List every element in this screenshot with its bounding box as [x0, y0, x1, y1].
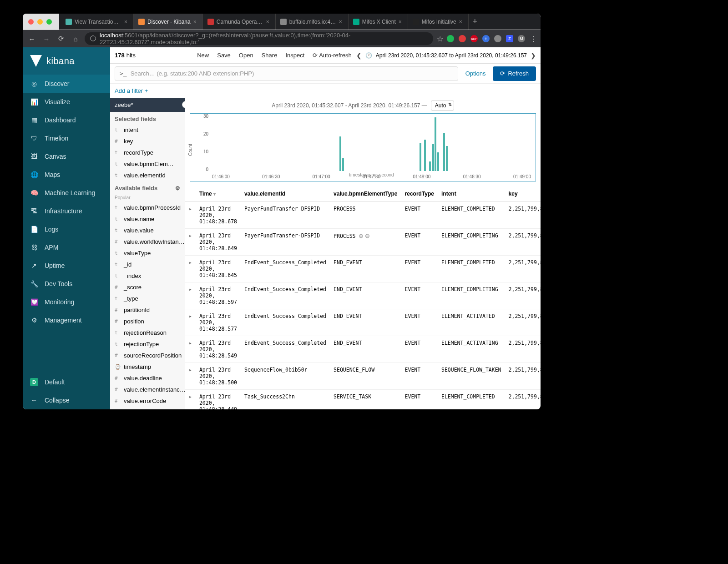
column-header[interactable]: value.bpmnElementType [330, 186, 401, 202]
new-tab-button[interactable]: + [469, 14, 481, 30]
browser-tab[interactable]: Mifos X Client× [349, 14, 408, 30]
share-action[interactable]: Share [262, 52, 278, 59]
field-item[interactable]: #key [110, 136, 185, 147]
tab-close-icon[interactable]: × [266, 19, 271, 25]
field-item[interactable]: #value.elementInstanc… [110, 384, 185, 395]
histogram-bar[interactable] [420, 143, 421, 171]
column-header[interactable]: intent [438, 186, 505, 202]
sidebar-item-logs[interactable]: 📄Logs [23, 220, 110, 238]
inspect-action[interactable]: Inspect [285, 52, 304, 59]
field-item[interactable]: tvalue.bpmnProcessId [110, 202, 185, 213]
back-button[interactable]: ← [26, 35, 37, 43]
time-range-display[interactable]: April 23rd 2020, 01:45:32.607 to April 2… [376, 52, 527, 59]
reload-button[interactable]: ⟳ [56, 35, 66, 43]
refresh-button[interactable]: ⟳ Refresh [493, 66, 536, 81]
time-next-button[interactable]: ❯ [531, 52, 536, 59]
tab-close-icon[interactable]: × [124, 19, 129, 25]
tab-close-icon[interactable]: × [193, 19, 198, 25]
field-item[interactable]: tvalue.elementId [110, 170, 185, 181]
home-button[interactable]: ⌂ [70, 35, 81, 43]
sidebar-collapse[interactable]: ← Collapse [23, 391, 110, 409]
extension-icon[interactable] [494, 35, 501, 42]
field-item[interactable]: #value.errorCode [110, 395, 185, 407]
auto-refresh-toggle[interactable]: ⟳ Auto-refresh [313, 52, 351, 59]
field-item[interactable]: tvalue.name [110, 213, 185, 225]
adblock-icon[interactable]: ABP [470, 35, 478, 42]
table-row[interactable]: ▸ April 23rd 2020, 01:48:28.597 EndEvent… [185, 282, 541, 309]
sidebar-item-management[interactable]: ⚙Management [23, 311, 110, 329]
sidebar-item-timelion[interactable]: 🛡Timelion [23, 129, 110, 147]
field-item[interactable]: trecordType [110, 147, 185, 158]
histogram-bar[interactable] [443, 133, 445, 171]
index-pattern-selector[interactable]: zeebe* ‹ [110, 98, 185, 112]
expand-row-button[interactable]: ▸ [185, 202, 196, 229]
sidebar-item-canvas[interactable]: 🖼Canvas [23, 147, 110, 166]
field-item[interactable]: t_index [110, 270, 185, 282]
expand-row-button[interactable]: ▸ [185, 363, 196, 390]
close-window-button[interactable] [28, 19, 34, 25]
field-item[interactable]: tvalueType [110, 247, 185, 259]
column-header[interactable]: Time ▾ [196, 186, 241, 202]
extension-icon[interactable]: Z [506, 35, 513, 42]
interval-select[interactable]: Auto [431, 101, 454, 111]
field-item[interactable]: #_score [110, 282, 185, 293]
expand-row-button[interactable]: ▸ [185, 336, 196, 363]
kibana-logo[interactable]: kibana [23, 47, 110, 75]
table-row[interactable]: ▸ April 23rd 2020, 01:48:28.645 EndEvent… [185, 256, 541, 282]
table-row[interactable]: ▸ April 23rd 2020, 01:48:28.577 EndEvent… [185, 309, 541, 336]
expand-row-button[interactable]: ▸ [185, 256, 196, 282]
table-row[interactable]: ▸ April 23rd 2020, 01:48:28.500 Sequence… [185, 363, 541, 390]
chrome-menu-icon[interactable]: ⋮ [530, 35, 537, 43]
histogram-bar[interactable] [432, 144, 434, 171]
column-header[interactable]: recordType [401, 186, 438, 202]
site-info-icon[interactable]: ⓘ [90, 35, 96, 43]
table-row[interactable]: ▸ April 23rd 2020, 01:48:28.549 EndEvent… [185, 336, 541, 363]
field-item[interactable]: #partitionId [110, 304, 185, 316]
save-action[interactable]: Save [217, 52, 231, 59]
browser-tab[interactable]: buffalo.mifos.io:4200/cu× [276, 14, 349, 30]
open-action[interactable]: Open [239, 52, 253, 59]
field-item[interactable]: #value.workflowInstan… [110, 236, 185, 247]
sidebar-item-maps[interactable]: 🌐Maps [23, 166, 110, 184]
expand-row-button[interactable]: ▸ [185, 309, 196, 336]
maximize-window-button[interactable] [46, 19, 52, 25]
add-filter-link[interactable]: Add a filter + [115, 87, 148, 94]
extension-icon[interactable] [459, 35, 466, 42]
histogram-bar[interactable] [435, 117, 436, 171]
histogram-bar[interactable] [424, 140, 426, 171]
field-item[interactable]: tvalue.bpmnElem… [110, 158, 185, 170]
bookmark-star-icon[interactable]: ☆ [437, 35, 443, 43]
table-row[interactable]: ▸ April 23rd 2020, 01:48:28.649 PayerFun… [185, 229, 541, 256]
field-item[interactable]: trejectionReason [110, 327, 185, 338]
expand-row-button[interactable]: ▸ [185, 390, 196, 410]
tab-close-icon[interactable]: × [339, 19, 344, 25]
field-item[interactable]: #value.deadline [110, 373, 185, 384]
sidebar-default-space[interactable]: D Default [23, 373, 110, 391]
extension-icon[interactable] [447, 35, 454, 42]
search-options-link[interactable]: Options [462, 70, 490, 77]
field-item[interactable]: tintent [110, 124, 185, 136]
field-item[interactable]: ⌚timestamp [110, 361, 185, 373]
browser-tab[interactable]: Discover - Kibana× [134, 14, 203, 30]
column-header[interactable]: value.elementId [241, 186, 330, 202]
new-action[interactable]: New [197, 52, 209, 59]
field-item[interactable]: tvalue.value [110, 225, 185, 236]
extension-icon[interactable]: + [482, 35, 490, 42]
field-item[interactable]: t_id [110, 259, 185, 270]
table-row[interactable]: ▸ April 23rd 2020, 01:48:28.449 Task_Suc… [185, 390, 541, 410]
expand-row-button[interactable]: ▸ [185, 282, 196, 309]
histogram-bar[interactable] [342, 158, 344, 171]
row-filter-icons[interactable]: ⊕ ⊖ [359, 232, 370, 239]
fields-settings-icon[interactable]: ⚙ [175, 185, 180, 191]
table-row[interactable]: ▸ April 23rd 2020, 01:48:28.678 PayerFun… [185, 202, 541, 229]
browser-tab[interactable]: Mifos Initiative× [408, 14, 469, 30]
tab-close-icon[interactable]: × [459, 19, 464, 25]
expand-row-button[interactable]: ▸ [185, 229, 196, 256]
forward-button[interactable]: → [41, 35, 52, 43]
sidebar-item-apm[interactable]: ⛓APM [23, 238, 110, 257]
histogram-bar[interactable] [437, 152, 439, 171]
histogram-bar[interactable] [429, 161, 431, 171]
field-item[interactable]: #position [110, 316, 185, 327]
histogram-bar[interactable] [446, 146, 448, 171]
time-prev-button[interactable]: ❮ [356, 52, 362, 59]
